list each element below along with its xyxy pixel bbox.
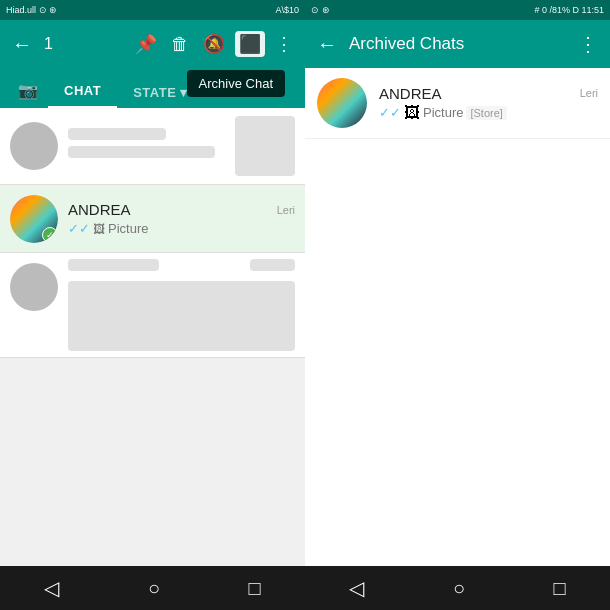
more-icon[interactable]: ⋮ xyxy=(271,29,297,59)
nav-home-button-right[interactable]: ○ xyxy=(453,577,465,600)
archived-back-button[interactable]: ← xyxy=(313,29,341,60)
nav-back-button-right[interactable]: ◁ xyxy=(349,576,364,600)
nav-home-button[interactable]: ○ xyxy=(148,577,160,600)
avatar xyxy=(10,122,58,170)
status-left-info: A\$10 xyxy=(275,5,299,15)
archive-tooltip: Archive Chat xyxy=(187,70,285,97)
list-item[interactable]: ✓ ANDREA Leri ✓✓ 🖼 Picture xyxy=(0,185,305,253)
blur-preview xyxy=(68,146,215,158)
chat-name: ANDREA xyxy=(379,85,442,102)
avatar xyxy=(10,263,58,311)
nav-bar-left: ◁ ○ □ xyxy=(0,566,305,610)
photo-icon: 🖼 xyxy=(404,104,420,122)
preview-text: Picture xyxy=(423,105,463,120)
mute-icon[interactable]: 🔕 xyxy=(199,29,229,59)
right-panel: ← Archived Chats ⋮ ANDREA Leri ✓✓ 🖼 Pict… xyxy=(305,20,610,610)
back-button[interactable]: ← xyxy=(8,29,36,60)
selection-count: 1 xyxy=(44,35,53,53)
message-ticks: ✓✓ xyxy=(68,221,90,236)
status-left-carrier: Hiad.ull ⊙ ⊛ xyxy=(6,5,57,15)
chat-time: Leri xyxy=(277,204,295,216)
avatar: ✓ xyxy=(10,195,58,243)
archived-more-button[interactable]: ⋮ xyxy=(574,28,602,60)
nav-recents-button-right[interactable]: □ xyxy=(554,577,566,600)
status-right-info: # 0 /81% D 11:51 xyxy=(534,5,604,15)
chat-content xyxy=(68,128,231,164)
left-panel: ← 1 📌 🗑 🔕 ⬛ ⋮ 📷 CHAT STATE ▾ Archive Cha… xyxy=(0,20,305,610)
right-toolbar: ← Archived Chats ⋮ xyxy=(305,20,610,68)
message-ticks: ✓✓ xyxy=(379,105,401,120)
archived-chat-list: ANDREA Leri ✓✓ 🖼 Picture [Store] xyxy=(305,68,610,566)
tab-chat[interactable]: CHAT xyxy=(48,75,117,108)
chat-list: ✓ ANDREA Leri ✓✓ 🖼 Picture xyxy=(0,108,305,566)
chat-time: Leri xyxy=(580,87,598,99)
photo-icon: 🖼 xyxy=(93,222,105,236)
list-item[interactable]: ANDREA Leri ✓✓ 🖼 Picture [Store] xyxy=(305,68,610,139)
blur-name xyxy=(68,259,159,271)
media-placeholder xyxy=(68,281,295,351)
tab-camera[interactable]: 📷 xyxy=(8,73,48,108)
nav-back-button[interactable]: ◁ xyxy=(44,576,59,600)
status-right-label: ⊙ ⊛ xyxy=(311,5,330,15)
nav-bar-right: ◁ ○ □ xyxy=(305,566,610,610)
archived-title: Archived Chats xyxy=(349,34,566,54)
preview-text: Picture xyxy=(108,221,148,236)
chat-name: ANDREA xyxy=(68,201,131,218)
store-tag: [Store] xyxy=(466,106,506,120)
avatar xyxy=(317,78,367,128)
blur-name xyxy=(68,128,166,140)
archive-icon[interactable]: ⬛ xyxy=(235,31,265,57)
delete-icon[interactable]: 🗑 xyxy=(167,30,193,59)
list-item[interactable] xyxy=(0,253,305,358)
verified-badge: ✓ xyxy=(42,227,58,243)
pin-icon[interactable]: 📌 xyxy=(131,29,161,59)
nav-recents-button[interactable]: □ xyxy=(249,577,261,600)
chat-info: ANDREA Leri ✓✓ 🖼 Picture xyxy=(68,201,295,236)
left-toolbar: ← 1 📌 🗑 🔕 ⬛ ⋮ xyxy=(0,20,305,68)
list-item[interactable] xyxy=(0,108,305,185)
blur-time xyxy=(250,259,295,271)
chat-info: ANDREA Leri ✓✓ 🖼 Picture [Store] xyxy=(379,85,598,122)
list-padding xyxy=(0,358,305,458)
media-right xyxy=(68,259,295,351)
media-thumb xyxy=(235,116,295,176)
toolbar-icons: 📌 🗑 🔕 ⬛ ⋮ xyxy=(131,29,297,59)
